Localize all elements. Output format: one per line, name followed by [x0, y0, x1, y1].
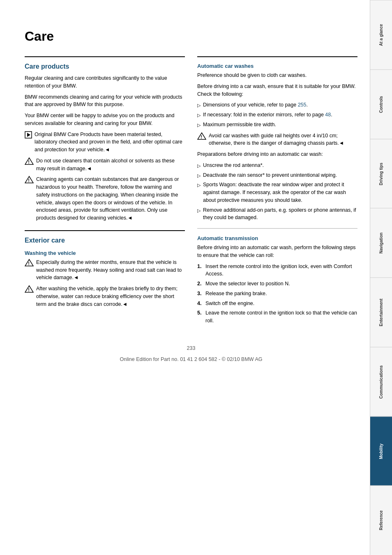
auto-car-washes-para3: Preparations before driving into an auto… — [197, 150, 357, 158]
step-2: 2. Move the selector lever to position N… — [197, 280, 357, 288]
svg-marker-1 — [27, 133, 30, 137]
svg-text:!: ! — [28, 261, 30, 266]
sidebar: At a glance Controls Driving tips Naviga… — [370, 0, 392, 555]
play-icon — [25, 131, 32, 139]
care-note1-text: Original BMW Care Products have been mat… — [35, 131, 185, 154]
care-products-note1: Original BMW Care Products have been mat… — [25, 131, 185, 154]
bullet-rain-sensor: Deactivate the rain sensor* to prevent u… — [197, 171, 357, 179]
washing-vehicle-heading: Washing the vehicle — [25, 250, 185, 256]
care-warning1-text: Do not use cleaners that contain alcohol… — [36, 157, 185, 173]
auto-car-washes-bullets2: Unscrew the rod antenna*. Deactivate the… — [197, 162, 357, 222]
exterior-care-heading: Exterior care — [25, 237, 185, 244]
bullet-dimensions: Dimensions of your vehicle, refer to pag… — [197, 101, 357, 109]
sidebar-tab-reference[interactable]: Reference — [370, 486, 392, 555]
sidebar-tab-mobility[interactable]: Mobility — [370, 416, 392, 486]
warning-icon-3: ! — [25, 259, 34, 267]
bullet-sports-wagon: Sports Wagon: deactivate the rear window… — [197, 181, 357, 204]
auto-transmission-heading: Automatic transmission — [197, 235, 357, 241]
sidebar-tab-navigation[interactable]: Navigation — [370, 208, 392, 278]
care-products-para1: Regular cleaning and care contributes si… — [25, 74, 185, 90]
bullet-mirrors: If necessary: fold in the exterior mirro… — [197, 111, 357, 119]
care-products-para3: Your BMW center will be happy to advise … — [25, 112, 185, 127]
care-products-heading: Care products — [25, 63, 185, 70]
warning-icon-5: ! — [197, 132, 206, 140]
rail-height-warning-text: Avoid car washes with guide rail heights… — [209, 132, 357, 148]
page-link-48[interactable]: 48 — [325, 112, 331, 118]
care-warning2-text: Cleaning agents can contain substances t… — [36, 176, 185, 222]
care-warning1: ! Do not use cleaners that contain alcoh… — [25, 157, 185, 173]
washing-warning1-text: Especially during the winter months, ens… — [36, 259, 185, 282]
page-title: Care — [25, 29, 357, 44]
step-5: 5. Leave the remote control in the ignit… — [197, 309, 357, 325]
sidebar-tab-controls[interactable]: Controls — [370, 69, 392, 139]
footer-text: Online Edition for Part no. 01 41 2 604 … — [25, 356, 357, 363]
warning-icon-4: ! — [25, 285, 34, 293]
warning-icon-1: ! — [25, 157, 34, 165]
auto-transmission-steps: 1. Insert the remote control into the ig… — [197, 263, 357, 325]
svg-text:!: ! — [201, 134, 202, 139]
sidebar-tab-at-a-glance[interactable]: At a glance — [370, 0, 392, 69]
step-4: 4. Switch off the engine. — [197, 300, 357, 308]
step-1: 1. Insert the remote control into the ig… — [197, 263, 357, 278]
washing-warning2: ! After washing the vehicle, apply the b… — [25, 285, 185, 308]
svg-text:!: ! — [28, 178, 30, 183]
washing-warning1: ! Especially during the winter months, e… — [25, 259, 185, 282]
page-link-255[interactable]: 255 — [298, 102, 307, 108]
warning-icon-2: ! — [25, 176, 34, 184]
bullet-antenna: Unscrew the rod antenna*. — [197, 162, 357, 169]
washing-warning2-text: After washing the vehicle, apply the bra… — [36, 285, 185, 308]
auto-car-washes-heading: Automatic car washes — [197, 63, 357, 69]
auto-car-washes-para1: Preference should be given to cloth car … — [197, 72, 357, 79]
sidebar-tab-driving-tips[interactable]: Driving tips — [370, 139, 392, 208]
footer: 233 Online Edition for Part no. 01 41 2 … — [25, 340, 357, 363]
auto-car-washes-para2: Before driving into a car wash, ensure t… — [197, 83, 357, 98]
svg-text:!: ! — [28, 160, 30, 164]
page-number: 233 — [25, 345, 357, 352]
rail-height-warning: ! Avoid car washes with guide rail heigh… — [197, 132, 357, 148]
care-products-para2: BMW recommends cleaning and caring for y… — [25, 93, 185, 109]
svg-text:!: ! — [28, 287, 30, 292]
sidebar-tab-entertainment[interactable]: Entertainment — [370, 278, 392, 347]
step-3: 3. Release the parking brake. — [197, 290, 357, 298]
bullet-remove-parts: Remove additional add-on parts, e.g. spo… — [197, 206, 357, 222]
bullet-tire-width: Maximum permissible tire width. — [197, 121, 357, 129]
auto-transmission-para1: Before driving into an automatic car was… — [197, 244, 357, 259]
auto-car-washes-bullets: Dimensions of your vehicle, refer to pag… — [197, 101, 357, 128]
sidebar-tab-communications[interactable]: Communications — [370, 347, 392, 416]
care-warning2: ! Cleaning agents can contain substances… — [25, 176, 185, 222]
